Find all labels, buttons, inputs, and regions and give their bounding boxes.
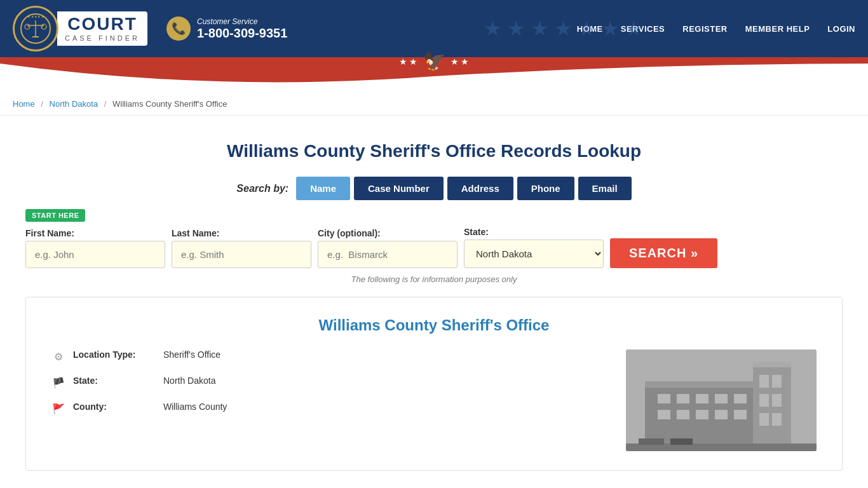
last-name-field: Last Name: — [172, 228, 311, 268]
location-type-icon: ⚙ — [51, 351, 65, 363]
main-nav: HOME SERVICES REGISTER MEMBER HELP LOGIN — [577, 24, 855, 34]
logo-area: ★ ★ ★ ★ ★ COURT CASE FINDER — [13, 6, 147, 51]
info-note: The following is for information purpose… — [25, 274, 843, 284]
search-button[interactable]: SEARCH » — [610, 238, 717, 268]
info-card: Williams County Sheriff's Office ⚙ Locat… — [25, 297, 843, 471]
info-row-type: ⚙ Location Type: Sheriff's Office — [51, 349, 607, 363]
last-name-input[interactable] — [172, 241, 311, 268]
customer-service: 📞 Customer Service 1-800-309-9351 — [166, 17, 287, 41]
logo-circle: ★ ★ ★ ★ ★ — [13, 6, 58, 51]
info-card-body: ⚙ Location Type: Sheriff's Office 🏴 Stat… — [51, 349, 817, 451]
building-image — [626, 349, 817, 451]
search-by-row: Search by: Name Case Number Address Phon… — [25, 177, 843, 200]
breadcrumb-sep-1: / — [41, 99, 43, 109]
svg-rect-14 — [696, 394, 709, 403]
breadcrumb-home[interactable]: Home — [13, 99, 35, 109]
search-by-label: Search by: — [236, 183, 288, 194]
svg-rect-29 — [772, 413, 782, 426]
county-icon: 🚩 — [51, 403, 65, 415]
location-type-label: Location Type: — [73, 349, 156, 360]
svg-point-5 — [41, 24, 46, 29]
breadcrumb: Home / North Dakota / Williams County Sh… — [0, 93, 868, 116]
svg-rect-21 — [734, 410, 747, 419]
tab-email[interactable]: Email — [578, 177, 632, 200]
nav-login[interactable]: LOGIN — [827, 24, 855, 34]
county-label: County: — [73, 402, 156, 412]
city-field: City (optional): — [318, 228, 458, 268]
page-title: Williams County Sheriff's Office Records… — [25, 141, 843, 161]
svg-rect-27 — [772, 394, 782, 407]
svg-rect-17 — [658, 410, 670, 419]
svg-rect-12 — [658, 394, 670, 403]
state-info-label: State: — [73, 376, 156, 386]
breadcrumb-sep-2: / — [104, 99, 107, 109]
state-info-value: North Dakota — [163, 376, 215, 386]
tab-phone[interactable]: Phone — [517, 177, 574, 200]
svg-rect-31 — [639, 438, 664, 445]
svg-rect-23 — [753, 362, 791, 367]
nav-services[interactable]: SERVICES — [621, 24, 665, 34]
svg-rect-24 — [759, 375, 769, 388]
city-label: City (optional): — [318, 228, 458, 238]
state-label: State: — [464, 227, 604, 237]
eagle-stars: ★ ★ 🦅 ★ ★ — [399, 51, 470, 72]
svg-rect-32 — [670, 438, 693, 445]
nav-home[interactable]: HOME — [577, 24, 603, 34]
first-name-label: First Name: — [25, 228, 165, 238]
city-input[interactable] — [318, 241, 458, 268]
info-details: ⚙ Location Type: Sheriff's Office 🏴 Stat… — [51, 349, 607, 451]
first-name-field: First Name: — [25, 228, 165, 268]
banner-wave-area: ★ ★ 🦅 ★ ★ — [0, 64, 868, 93]
svg-rect-25 — [772, 375, 782, 388]
state-info-icon: 🏴 — [51, 377, 65, 389]
info-row-state: 🏴 State: North Dakota — [51, 376, 607, 389]
info-row-county: 🚩 County: Williams County — [51, 402, 607, 415]
state-select[interactable]: North Dakota — [464, 240, 604, 268]
breadcrumb-state[interactable]: North Dakota — [50, 99, 98, 109]
phone-icon: 📞 — [166, 17, 191, 41]
svg-rect-20 — [715, 410, 728, 419]
tab-name[interactable]: Name — [296, 177, 350, 200]
svg-rect-8 — [32, 36, 39, 37]
first-name-input[interactable] — [25, 241, 165, 268]
logo-court-text: COURT — [67, 15, 137, 33]
svg-rect-18 — [677, 410, 689, 419]
svg-rect-16 — [734, 394, 747, 403]
cs-text: Customer Service 1-800-309-9351 — [197, 17, 287, 41]
tab-address[interactable]: Address — [447, 177, 513, 200]
svg-rect-19 — [696, 410, 709, 419]
location-type-value: Sheriff's Office — [163, 349, 220, 360]
logo-case-finder-text: CASE FINDER — [65, 34, 140, 42]
cs-phone: 1-800-309-9351 — [197, 26, 287, 41]
svg-rect-26 — [759, 394, 769, 407]
svg-rect-15 — [715, 394, 728, 403]
site-header: ★ ★ ★ ★ ★ COURT CASE FINDER 📞 Customer S… — [0, 0, 868, 57]
info-card-title: Williams County Sheriff's Office — [51, 316, 817, 334]
breadcrumb-current: Williams County Sheriff's Office — [112, 99, 227, 109]
logo-text: COURT CASE FINDER — [57, 11, 147, 46]
svg-rect-28 — [759, 413, 769, 426]
last-name-label: Last Name: — [172, 228, 311, 238]
main-content: Williams County Sheriff's Office Records… — [0, 116, 868, 484]
nav-member-help[interactable]: MEMBER HELP — [745, 24, 810, 34]
search-form-row: First Name: Last Name: City (optional): … — [25, 227, 843, 268]
tab-case-number[interactable]: Case Number — [354, 177, 444, 200]
eagle-icon: 🦅 — [423, 51, 445, 72]
county-value: Williams County — [163, 402, 227, 412]
cs-label: Customer Service — [197, 17, 287, 26]
eagle-decoration: ★ ★ 🦅 ★ ★ — [399, 51, 470, 72]
svg-rect-13 — [677, 394, 689, 403]
svg-text:★ ★ ★ ★ ★: ★ ★ ★ ★ ★ — [27, 15, 44, 18]
start-here-badge: START HERE — [25, 209, 85, 222]
svg-point-4 — [25, 24, 30, 29]
nav-register[interactable]: REGISTER — [682, 24, 727, 34]
state-field: State: North Dakota — [464, 227, 604, 268]
